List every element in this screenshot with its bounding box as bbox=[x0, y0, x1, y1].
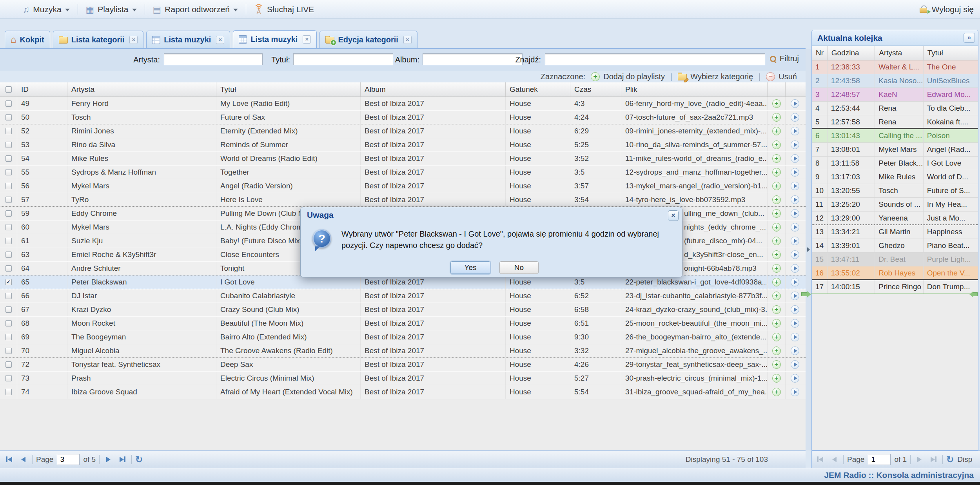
queue-row[interactable]: 412:53:44RenaTo dla Cieb... bbox=[812, 102, 978, 115]
add-to-playlist-icon[interactable]: + bbox=[772, 278, 781, 286]
play-icon[interactable] bbox=[791, 360, 799, 369]
row-checkbox[interactable] bbox=[5, 210, 12, 217]
play-icon[interactable] bbox=[791, 182, 799, 190]
add-to-playlist-icon[interactable]: + bbox=[772, 333, 781, 341]
queue-row[interactable]: 312:48:57KaeNEdward Mo... bbox=[812, 88, 978, 102]
queue-row[interactable]: 212:43:58Kasia Noso...UniSexBlues bbox=[812, 74, 978, 88]
queue-row[interactable]: 1113:25:20Sounds of ...In My Hea... bbox=[812, 198, 978, 212]
table-row[interactable]: 69The BoogeymanBairro Alto (Extended Mix… bbox=[0, 330, 806, 344]
row-checkbox[interactable] bbox=[5, 100, 12, 107]
no-button[interactable]: No bbox=[499, 261, 539, 274]
add-to-playlist-icon[interactable]: + bbox=[772, 154, 781, 163]
refresh-icon[interactable]: ↻ bbox=[135, 455, 143, 464]
panel-splitter[interactable] bbox=[806, 49, 811, 450]
play-icon[interactable] bbox=[791, 223, 799, 232]
queue-row[interactable]: 713:08:01Mykel MarsAngel (Rad... bbox=[812, 143, 978, 157]
queue-row[interactable]: 1613:55:02Rob HayesOpen the V... bbox=[812, 266, 978, 280]
row-checkbox[interactable] bbox=[5, 114, 12, 120]
play-icon[interactable] bbox=[791, 209, 799, 218]
menu-sluchaj-live[interactable]: Słuchaj LIVE bbox=[254, 4, 314, 15]
add-to-playlist-icon[interactable]: + bbox=[772, 292, 781, 300]
add-to-playlist-icon[interactable]: + bbox=[772, 140, 781, 149]
queue-row[interactable]: 1513:47:11Dr. BeatPurple Ligh... bbox=[812, 253, 978, 266]
play-icon[interactable] bbox=[791, 237, 799, 245]
queue-next-page-button[interactable] bbox=[914, 454, 925, 465]
column-header-artysta[interactable]: Artysta bbox=[67, 82, 216, 97]
logout-button[interactable]: Wyloguj się bbox=[920, 5, 974, 14]
add-to-playlist-icon[interactable]: + bbox=[772, 305, 781, 314]
queue-column-nr[interactable]: Nr bbox=[812, 46, 828, 60]
table-row[interactable]: 52Rimini JonesEternity (Extended Mix)Bes… bbox=[0, 124, 806, 138]
select-all-checkbox[interactable] bbox=[5, 86, 12, 93]
row-checkbox[interactable] bbox=[5, 142, 12, 148]
queue-refresh-icon[interactable]: ↻ bbox=[946, 455, 954, 464]
row-checkbox[interactable] bbox=[5, 224, 12, 230]
row-checkbox[interactable] bbox=[5, 128, 12, 134]
dialog-close-icon[interactable]: × bbox=[668, 210, 679, 221]
add-to-playlist-icon[interactable]: + bbox=[772, 250, 781, 259]
table-row[interactable]: 74Ibiza Groove SquadAfraid of My Heart (… bbox=[0, 385, 806, 399]
play-icon[interactable] bbox=[791, 333, 799, 341]
queue-column-artysta[interactable]: Artysta bbox=[875, 46, 923, 60]
add-to-playlist-icon[interactable]: + bbox=[772, 99, 781, 108]
play-icon[interactable] bbox=[791, 140, 799, 149]
play-icon[interactable] bbox=[791, 113, 799, 122]
tab-lista-muzyki-2-active[interactable]: Lista muzyki × bbox=[233, 30, 317, 48]
play-icon[interactable] bbox=[791, 250, 799, 259]
play-icon[interactable] bbox=[791, 168, 799, 177]
row-checkbox[interactable]: ✓ bbox=[5, 279, 12, 285]
menu-raport[interactable]: ▤ Raport odtworzeń bbox=[153, 5, 238, 14]
tab-lista-muzyki-1[interactable]: Lista muzyki × bbox=[146, 31, 230, 48]
table-row[interactable]: 68Moon RocketBeautiful (The Moon Mix)Bes… bbox=[0, 317, 806, 330]
play-icon[interactable] bbox=[791, 195, 799, 204]
row-checkbox[interactable] bbox=[5, 155, 12, 162]
queue-row[interactable]: 112:38:33Walter & L...The One bbox=[812, 60, 978, 74]
play-icon[interactable] bbox=[791, 127, 799, 135]
queue-first-page-button[interactable] bbox=[815, 454, 826, 465]
column-header-czas[interactable]: Czas bbox=[570, 82, 621, 97]
table-row[interactable]: 67Krazi DyzkoCrazy Sound (Club Mix)Best … bbox=[0, 303, 806, 317]
add-to-playlist-icon[interactable]: + bbox=[772, 388, 781, 396]
table-row[interactable]: ✓65Peter BlackswanI Got LoveBest of Ibiz… bbox=[0, 275, 806, 289]
row-checkbox[interactable] bbox=[5, 293, 12, 299]
table-row[interactable]: 56Mykel MarsAngel (Radio Version)Best of… bbox=[0, 179, 806, 193]
table-row[interactable]: 72Tonystar feat. SyntheticsaxDeep SaxBes… bbox=[0, 358, 806, 372]
add-to-playlist-icon[interactable]: + bbox=[772, 195, 781, 204]
table-row[interactable]: 70Miguel AlcobiaThe Groove Awakens (Radi… bbox=[0, 344, 806, 358]
queue-page-number-input[interactable] bbox=[868, 454, 891, 465]
play-icon[interactable] bbox=[791, 388, 799, 396]
close-icon[interactable]: × bbox=[403, 36, 412, 44]
row-checkbox[interactable] bbox=[5, 375, 12, 381]
filtruj-button[interactable]: Filtruj bbox=[769, 54, 799, 63]
play-icon[interactable] bbox=[791, 346, 799, 355]
first-page-button[interactable] bbox=[4, 454, 15, 465]
menu-playlista[interactable]: ▦ Playlista bbox=[86, 5, 137, 14]
play-icon[interactable] bbox=[791, 374, 799, 383]
add-to-playlist-icon[interactable]: + bbox=[772, 237, 781, 245]
queue-row[interactable]: 1413:39:01GhedzoPiano Beat... bbox=[812, 239, 978, 253]
table-row[interactable]: 53Rino da SilvaReminds of SummerBest of … bbox=[0, 138, 806, 152]
znajdz-input[interactable] bbox=[545, 53, 765, 65]
choose-category-button[interactable]: Wybierz kategorię bbox=[678, 72, 753, 81]
play-icon[interactable] bbox=[791, 319, 799, 328]
queue-row[interactable]: 913:17:03Mike RulesWorld of D... bbox=[812, 170, 978, 184]
column-header-id[interactable]: ID bbox=[17, 82, 67, 97]
queue-row[interactable]: 1013:20:55ToschFuture of S... bbox=[812, 184, 978, 198]
play-icon[interactable] bbox=[791, 305, 799, 314]
yes-button[interactable]: Yes bbox=[450, 261, 490, 274]
queue-column-godzina[interactable]: Godzina bbox=[828, 46, 875, 60]
add-to-playlist-icon[interactable]: + bbox=[772, 168, 781, 177]
queue-row[interactable]: 512:57:58RenaKokaina ft.... bbox=[812, 115, 978, 129]
add-to-playlist-icon[interactable]: + bbox=[772, 360, 781, 369]
row-checkbox[interactable] bbox=[5, 334, 12, 340]
play-icon[interactable] bbox=[791, 99, 799, 108]
add-to-playlist-icon[interactable]: + bbox=[772, 319, 781, 328]
collapse-arrow-icon[interactable] bbox=[807, 247, 810, 252]
page-number-input[interactable] bbox=[57, 454, 80, 465]
add-to-playlist-icon[interactable]: + bbox=[772, 223, 781, 232]
tab-lista-kategorii[interactable]: Lista kategorii × bbox=[53, 31, 144, 48]
play-icon[interactable] bbox=[791, 278, 799, 286]
collapse-panel-button[interactable]: » bbox=[964, 33, 975, 43]
close-icon[interactable]: × bbox=[303, 35, 311, 44]
row-checkbox[interactable] bbox=[5, 252, 12, 258]
